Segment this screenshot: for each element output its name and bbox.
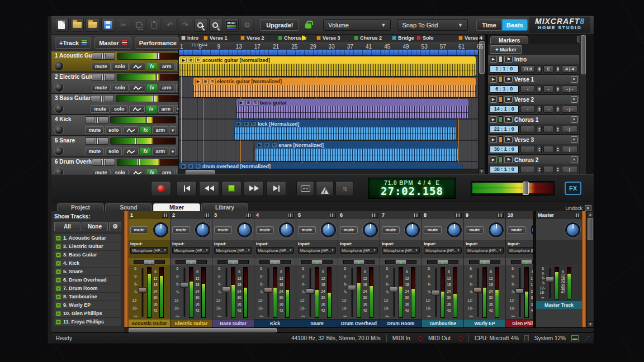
input-select[interactable]: Microphone (HP...▼ (298, 247, 336, 254)
fader-handle[interactable] (390, 287, 398, 292)
channel-mute-button[interactable]: mute (298, 226, 316, 234)
undo-button[interactable]: ↶ (163, 18, 177, 32)
flag-icon[interactable]: ⚑ (504, 96, 513, 103)
marker-tempo-field[interactable]: - (520, 85, 536, 93)
tab-project[interactable]: Project (57, 203, 104, 211)
marker-tempo-field[interactable]: - (520, 166, 536, 173)
channel-strip[interactable]: 7muteInput:Microphone (HP...▼60691218∞61… (380, 211, 422, 327)
track-checklist-item[interactable]: ✕1. Acoustic Guitar (54, 234, 121, 242)
marker-delete-button[interactable]: ✕ (571, 76, 577, 83)
pan-handle[interactable] (395, 260, 406, 265)
eq-icon[interactable] (574, 213, 580, 218)
channel-fader[interactable] (221, 267, 231, 318)
track-menu-button[interactable]: ▾ (176, 84, 178, 92)
track-checklist-item[interactable]: ✕5. Snare (54, 268, 121, 275)
fx-button[interactable]: fx (140, 126, 151, 134)
ruler-marker[interactable]: Verse 2 (240, 35, 264, 41)
mute-button[interactable]: mute (85, 147, 104, 155)
settings-button[interactable]: ⚙ (240, 18, 254, 32)
fx-button[interactable]: fx (140, 147, 151, 155)
marker-play-button[interactable]: ▶ (490, 156, 497, 163)
automation-button[interactable] (130, 63, 145, 70)
pan-slider[interactable] (91, 95, 114, 102)
loop-bar[interactable] (179, 50, 478, 55)
clip-play-icon[interactable]: ▶ (181, 58, 187, 63)
input-select[interactable]: Microphone (HP...▼ (256, 247, 294, 254)
channel-mute-button[interactable]: mute (466, 226, 484, 234)
channel-strip[interactable]: 2muteInput:Microphone (HP...▼60691218∞61… (171, 211, 212, 327)
track-row[interactable]: 4 Kickmutesolofxarm▾ (51, 115, 178, 136)
track-menu-button[interactable]: ▾ (176, 169, 178, 174)
track-checklist-item[interactable]: ✕2. Electric Guitar (54, 242, 121, 250)
save-button[interactable] (101, 18, 115, 32)
pan-handle[interactable] (186, 260, 197, 265)
channel-pan-slider[interactable] (385, 260, 416, 264)
zoom-in-button[interactable]: + (194, 18, 208, 32)
channel-pan-slider[interactable] (217, 260, 249, 264)
solo-button[interactable]: solo (112, 84, 129, 92)
fx-button[interactable]: fx (146, 84, 158, 92)
channel-pan-slider[interactable] (469, 260, 500, 264)
channel-mute-button[interactable]: mute (340, 226, 358, 234)
key-spinner[interactable] (555, 85, 560, 93)
volume-handle[interactable] (137, 159, 140, 165)
channel-strip[interactable]: 9muteInput:Microphone (HP...▼60691218∞61… (464, 211, 505, 327)
marker-key-field[interactable]: - (543, 146, 553, 153)
markers-scroll-thumb[interactable] (581, 35, 586, 74)
fader-handle[interactable] (222, 287, 230, 292)
flag-icon[interactable]: ⚑ (504, 56, 513, 63)
flag-icon[interactable]: ⚑ (504, 76, 513, 83)
pan-handle[interactable] (311, 260, 323, 265)
pan-slider[interactable] (92, 74, 115, 81)
mute-button[interactable]: mute (92, 84, 111, 92)
volume-knob[interactable] (363, 222, 378, 237)
master-volume-slider[interactable] (471, 181, 555, 196)
checkbox-checked-icon[interactable]: ✕ (56, 278, 61, 283)
automation-button[interactable] (130, 169, 145, 174)
fader-handle[interactable] (546, 277, 554, 282)
marker-color-swatch[interactable] (499, 76, 503, 83)
upgrade-button[interactable]: Upgrade! (260, 19, 299, 31)
eq-icon[interactable] (498, 213, 504, 218)
eq-icon[interactable] (162, 213, 168, 218)
channel-fader[interactable] (515, 267, 524, 318)
volume-slider[interactable] (117, 53, 178, 60)
flag-icon[interactable]: ⚑ (504, 136, 513, 143)
channel-strip[interactable]: 3muteInput:Microphone (HP...▼60691218∞61… (212, 211, 254, 327)
marker-key-field[interactable]: E (543, 65, 553, 73)
add-marker-button[interactable]: + Marker (490, 45, 522, 54)
automation-button[interactable] (123, 126, 139, 134)
channel-mute-button[interactable]: mute (256, 226, 274, 234)
scroll-down-icon[interactable]: ▼ (479, 168, 485, 174)
pan-slider[interactable] (92, 159, 115, 166)
record-button[interactable] (151, 181, 171, 196)
solo-button[interactable]: solo (105, 147, 122, 155)
snap-dropdown[interactable]: Snap To Grid▼ (397, 19, 468, 31)
pan-handle[interactable] (144, 260, 155, 265)
tempo-spinner[interactable] (537, 146, 542, 153)
rewind-button[interactable] (199, 181, 219, 196)
audio-clip[interactable]: ▶⊘↻drum overhead [Normalized] (179, 163, 462, 169)
key-spinner[interactable] (555, 65, 560, 73)
track-checklist-item[interactable]: ✕4. Kick (54, 259, 121, 267)
marker-position-field[interactable]: 14 : 1 : 0 (490, 106, 519, 113)
scroll-down-icon[interactable]: ▼ (587, 321, 594, 327)
fader-handle[interactable] (515, 288, 524, 294)
input-select[interactable]: Microphone (HP...▼ (214, 247, 252, 254)
clip-mute-icon[interactable]: ⊘ (188, 164, 194, 169)
audio-clip[interactable]: ▶⊘↻kick [Normalized] (234, 120, 456, 140)
volume-knob[interactable] (279, 222, 294, 237)
eq-icon[interactable] (414, 213, 420, 218)
key-spinner[interactable] (555, 126, 560, 133)
fader-handle[interactable] (473, 287, 482, 293)
ruler-marker[interactable]: Verse 1 (203, 35, 228, 41)
go-to-start-button[interactable] (177, 181, 197, 196)
track-row[interactable]: 6 Drum Overheadmutesolofxarm▾ (51, 158, 178, 174)
tempo-spinner[interactable] (537, 106, 542, 113)
clip-play-icon[interactable]: ▶ (181, 164, 187, 169)
tab-mixer[interactable]: Mixer (153, 203, 200, 211)
fader-handle[interactable] (138, 287, 146, 293)
automation-button[interactable] (130, 84, 145, 92)
track-menu-button[interactable]: ▾ (176, 63, 178, 70)
track-checklist-item[interactable]: ✕3. Bass Guitar (54, 251, 121, 259)
